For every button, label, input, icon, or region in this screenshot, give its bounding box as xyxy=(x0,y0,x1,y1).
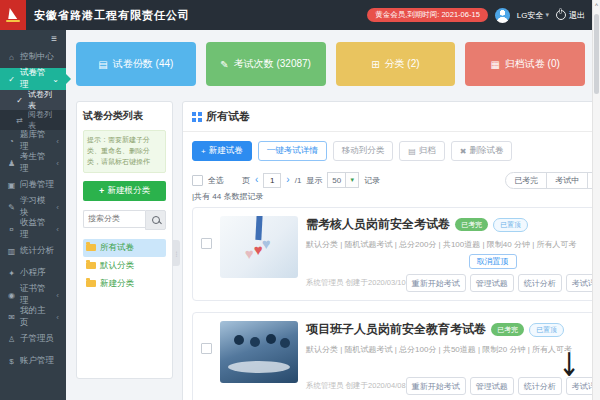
manage-questions-button[interactable]: 管理试题 xyxy=(470,274,514,292)
exam-title[interactable]: 需考核人员岗前安全考试卷 xyxy=(306,216,450,233)
sidebar-item-learning[interactable]: ✎ 学习模块 ‹ xyxy=(0,196,66,218)
statistics-button[interactable]: 统计分析 xyxy=(518,377,562,395)
stat-cards-row: ▤ 试卷份数 (44) ✎ 考试次数 (32087) ⊞ 分类 (2) ▦ 归档… xyxy=(76,42,585,86)
tree-item-default-category[interactable]: 默认分类 xyxy=(83,257,166,275)
sidebar-item-statistics[interactable]: ▥ 统计分析 xyxy=(0,240,66,262)
sidebar-item-label: 试卷管理 xyxy=(20,67,48,91)
exam-detail-button[interactable]: 一键考试详情 xyxy=(258,141,327,161)
sidebar-item-exam-mgmt[interactable]: ✓ 试卷管理 ⌄ xyxy=(0,68,66,90)
sidebar-nav: ≡ ⌂ 控制中心 ✓ 试卷管理 ⌄ ✓ 试卷列表 ⇄ 阅卷列表 ◔ 题库管理 ‹… xyxy=(0,30,66,400)
category-search-button[interactable] xyxy=(145,210,166,230)
exam-title[interactable]: 项目班子人员岗前安全教育考试卷 xyxy=(306,321,486,338)
scroll-up-icon[interactable]: ˄ xyxy=(593,2,600,8)
person-icon: ♟ xyxy=(7,159,16,168)
exam-creator: 系统管理员 创建于2020/04/08 xyxy=(306,381,406,391)
page-size-select[interactable]: 50 ▾ xyxy=(327,172,359,188)
move-category-label: 移动到分类 xyxy=(342,145,385,157)
exam-meta: 默认分类 | 随机试题考试 | 总分100分 | 共50道题 | 限制20 分钟… xyxy=(306,344,593,355)
status-tab-ongoing[interactable]: 考试中 xyxy=(546,173,587,188)
new-exam-button[interactable]: + 新建试卷 xyxy=(192,141,252,161)
main-content: ▤ 试卷份数 (44) ✎ 考试次数 (32087) ⊞ 分类 (2) ▦ 归档… xyxy=(66,30,593,400)
sidebar-item-control-center[interactable]: ⌂ 控制中心 xyxy=(0,46,66,68)
hamburger-icon[interactable]: ≡ xyxy=(0,30,66,46)
archive-label: 归档 xyxy=(419,145,436,157)
status-badge: 已考完 xyxy=(455,218,488,231)
sidebar-item-label: 我的主页 xyxy=(20,305,52,329)
statistics-button[interactable]: 统计分析 xyxy=(518,274,562,292)
sidebar-item-question-bank[interactable]: ◔ 题库管理 ‹ xyxy=(0,130,66,152)
restart-exam-button[interactable]: 重新开始考试 xyxy=(406,377,466,395)
category-panel-title: 试卷分类列表 xyxy=(83,109,166,123)
mail-icon: ✉ xyxy=(7,313,16,322)
grid-icon xyxy=(192,112,196,116)
sidebar-item-certificates[interactable]: ◉ 证书管理 ‹ xyxy=(0,284,66,306)
tree-item-label: 默认分类 xyxy=(100,260,134,272)
sidebar-item-label: 考生管理 xyxy=(20,151,52,175)
stat-label: 分类 (2) xyxy=(385,57,420,71)
sidebar-item-miniapp[interactable]: ✦ 小程序 xyxy=(0,262,66,284)
shuffle-icon: ⇄ xyxy=(15,116,24,125)
category-tip: 提示：需要新建子分类、重命名、删除分类，请鼠标右键操作 xyxy=(83,130,166,173)
next-page-icon[interactable]: › xyxy=(286,175,289,185)
grid-icon: ⊞ xyxy=(371,59,379,70)
sidebar-item-homepage[interactable]: ✉ 我的主页 ‹ xyxy=(0,306,66,328)
chevron-left-icon: ‹ xyxy=(56,313,59,322)
unpin-button[interactable]: 取消置顶 xyxy=(469,254,517,269)
pencil-icon: ✎ xyxy=(220,59,228,70)
sidebar-item-questionnaire[interactable]: ▣ 问卷管理 xyxy=(0,174,66,196)
stat-label: 归档试卷 (0) xyxy=(505,57,560,71)
sidebar-item-account[interactable]: $ 账户管理 xyxy=(0,350,66,372)
move-category-button[interactable]: 移动到分类 xyxy=(333,141,394,161)
sidebar-item-label: 小程序 xyxy=(20,267,46,279)
logo-sail-icon xyxy=(8,8,19,19)
exam-checkbox[interactable] xyxy=(201,238,212,249)
sidebar-sub-exam-list[interactable]: ✓ 试卷列表 xyxy=(0,90,66,110)
exam-checkbox[interactable] xyxy=(201,343,212,354)
stat-card-test-times[interactable]: ✎ 考试次数 (32087) xyxy=(206,42,326,86)
delete-exam-label: 删除试卷 xyxy=(469,145,503,157)
user-menu[interactable]: LG安全 ▾ xyxy=(517,10,549,21)
sidebar-item-subadmin[interactable]: ♙ 子管理员 xyxy=(0,328,66,350)
sparkle-icon: ✦ xyxy=(7,269,16,278)
prev-page-icon[interactable]: ‹ xyxy=(255,175,258,185)
pinned-badge: 已置顶 xyxy=(493,218,528,232)
select-all-checkbox[interactable] xyxy=(192,175,203,186)
chevron-left-icon: ‹ xyxy=(56,225,59,234)
stat-card-categories[interactable]: ⊞ 分类 (2) xyxy=(336,42,456,86)
tree-item-all-exams[interactable]: 所有试卷 xyxy=(83,239,166,257)
manage-questions-button[interactable]: 管理试题 xyxy=(470,377,514,395)
user-avatar[interactable] xyxy=(495,8,510,23)
stat-card-exam-count[interactable]: ▤ 试卷份数 (44) xyxy=(76,42,196,86)
exam-meta: 默认分类 | 随机试题考试 | 总分200分 | 共100道题 | 限制40 分… xyxy=(306,239,593,250)
page-number-input[interactable] xyxy=(263,173,281,188)
tree-item-new-category[interactable]: 新建分类 xyxy=(83,275,166,293)
archive-icon: ▤ xyxy=(408,147,416,156)
scrollbar-thumb[interactable] xyxy=(594,14,599,94)
chart-icon: ▥ xyxy=(7,247,16,256)
exam-detail-button[interactable]: 考试详情 xyxy=(566,274,593,292)
vertical-scrollbar[interactable]: ˄ xyxy=(592,0,600,400)
chevron-down-icon: ⌄ xyxy=(52,75,59,84)
clock-icon: ◔ xyxy=(7,137,16,146)
logout-button[interactable]: 退出 xyxy=(556,10,585,21)
exam-panel: 所有试卷 + 新建试卷 一键考试详情 移动到分类 ▤ 归档 ✖ xyxy=(182,101,593,400)
new-root-category-label: 新建根分类 xyxy=(107,185,150,197)
exam-thumbnail xyxy=(220,321,298,383)
new-root-category-button[interactable]: + 新建根分类 xyxy=(83,181,166,201)
exam-detail-label: 一键考试详情 xyxy=(267,145,318,157)
panel-collapse-handle[interactable]: ⋮ xyxy=(172,240,180,266)
archive-button[interactable]: ▤ 归档 xyxy=(399,141,445,161)
restart-exam-button[interactable]: 重新开始考试 xyxy=(406,274,466,292)
sidebar-item-label: 账户管理 xyxy=(20,355,54,367)
sidebar-item-revenue[interactable]: ¤ 收益管理 ‹ xyxy=(0,218,66,240)
status-tab-finished[interactable]: 已考完 xyxy=(506,173,546,188)
sidebar-submenu: ✓ 试卷列表 ⇄ 阅卷列表 xyxy=(0,90,66,130)
delete-exam-button[interactable]: ✖ 删除试卷 xyxy=(451,141,513,161)
power-icon xyxy=(556,10,566,20)
sidebar-sub-review-list[interactable]: ⇄ 阅卷列表 xyxy=(0,110,66,130)
sidebar-item-candidates[interactable]: ♟ 考生管理 ‹ xyxy=(0,152,66,174)
category-search-input[interactable] xyxy=(83,210,145,228)
stat-label: 试卷份数 (44) xyxy=(113,57,174,71)
sidebar-item-label: 学习模块 xyxy=(20,195,52,219)
stat-card-archived[interactable]: ▦ 归档试卷 (0) xyxy=(465,42,585,86)
